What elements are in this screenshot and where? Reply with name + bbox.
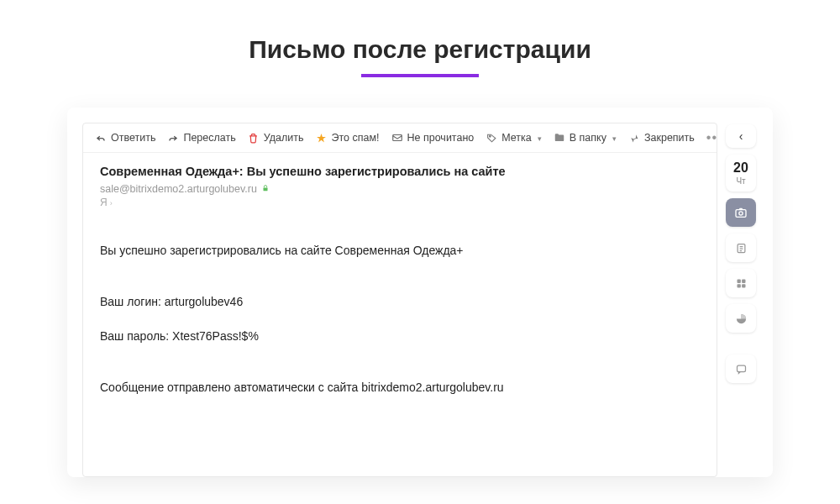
body-line-4: Сообщение отправлено автоматически с сай… (100, 381, 504, 394)
svg-rect-9 (742, 284, 745, 287)
svg-point-1 (489, 135, 491, 137)
body-line-2: Ваш логин: arturgolubev46 (100, 295, 243, 308)
email-from-line: sale@bitrixdemo2.arturgolubev.ru (100, 183, 700, 195)
sidebar-chat-button[interactable] (726, 354, 756, 383)
label-button[interactable]: Метка (486, 132, 542, 144)
date-widget[interactable]: 20 Чт (726, 155, 756, 192)
sidebar-stats-button[interactable] (726, 304, 756, 333)
tag-icon (486, 132, 497, 144)
chevron-down-icon (611, 132, 617, 144)
pin-button[interactable]: Закрепить (628, 132, 695, 144)
unread-label: Не прочитано (407, 132, 475, 144)
forward-icon (167, 132, 179, 144)
forward-button[interactable]: Переслать (167, 132, 235, 144)
chevron-right-icon: › (110, 199, 113, 207)
title-underline (361, 74, 479, 77)
body-line-3: Ваш пароль: Xtest76Pass!$% (100, 329, 259, 343)
sidebar-apps-button[interactable] (726, 269, 756, 297)
svg-rect-7 (742, 279, 745, 282)
svg-rect-0 (392, 135, 402, 141)
tofolder-button[interactable]: В папку (554, 132, 617, 144)
page-title: Письмо после регистрации (0, 0, 840, 64)
reply-icon (95, 132, 107, 144)
pin-label: Закрепить (644, 132, 695, 144)
label-text: Метка (501, 132, 532, 144)
body-line-1: Вы успешно зарегистрировались на сайте С… (100, 244, 464, 257)
spam-icon (315, 132, 327, 144)
spam-button[interactable]: Это спам! (315, 132, 379, 144)
email-from: sale@bitrixdemo2.arturgolubev.ru (100, 183, 257, 195)
email-body: Вы успешно зарегистрировались на сайте С… (100, 225, 700, 396)
svg-rect-8 (737, 284, 740, 287)
right-sidebar: ‹ 20 Чт (724, 123, 758, 477)
email-to: Я (100, 197, 108, 208)
mail-content: Современная Одежда+: Вы успешно зарегист… (83, 153, 717, 407)
email-subject: Современная Одежда+: Вы успешно зарегист… (100, 165, 700, 178)
chevron-left-icon: ‹ (739, 129, 743, 143)
mail-main-panel: Ответить Переслать Удалить (82, 123, 717, 477)
tofolder-label: В папку (570, 132, 606, 144)
mail-toolbar: Ответить Переслать Удалить (83, 123, 717, 153)
forward-label: Переслать (183, 132, 235, 144)
svg-rect-2 (263, 188, 267, 192)
lock-icon (261, 184, 270, 194)
reply-button[interactable]: Ответить (95, 132, 155, 144)
date-day: Чт (736, 176, 745, 186)
pin-icon (628, 132, 640, 144)
sidebar-notes-button[interactable] (726, 234, 756, 262)
date-number: 20 (733, 161, 748, 175)
delete-label: Удалить (264, 132, 304, 144)
envelope-icon (391, 132, 403, 144)
folder-icon (554, 132, 565, 144)
email-to-line[interactable]: Я› (100, 197, 700, 208)
reply-label: Ответить (111, 132, 155, 144)
svg-rect-10 (737, 365, 745, 372)
svg-rect-6 (737, 279, 740, 282)
trash-icon (248, 132, 260, 144)
collapse-button[interactable]: ‹ (726, 124, 756, 148)
unread-button[interactable]: Не прочитано (391, 132, 475, 144)
more-button[interactable]: ••• (706, 130, 717, 145)
svg-rect-3 (736, 210, 746, 218)
delete-button[interactable]: Удалить (248, 132, 304, 144)
spam-label: Это спам! (331, 132, 379, 144)
sidebar-camera-button[interactable] (726, 198, 756, 227)
screenshot-card: Ответить Переслать Удалить (67, 108, 773, 477)
chevron-down-icon (536, 132, 542, 144)
svg-point-4 (739, 212, 743, 215)
